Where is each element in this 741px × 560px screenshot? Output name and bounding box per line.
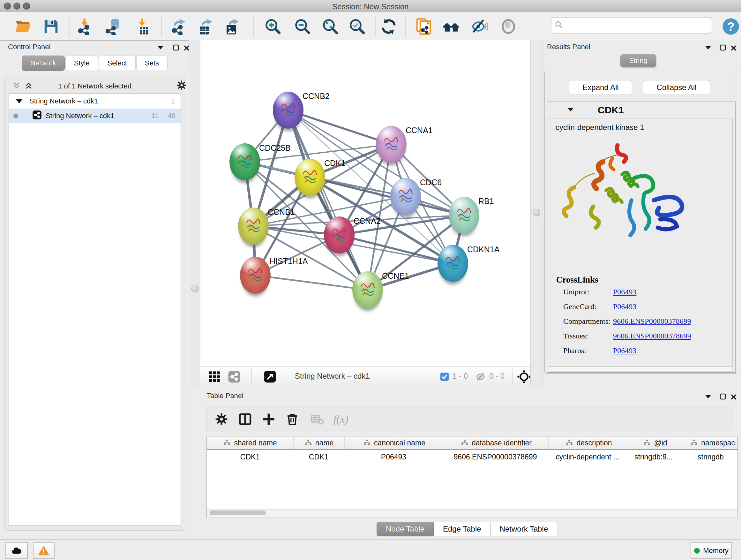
birdseye-view-icon[interactable] (264, 370, 276, 384)
delete-column-icon[interactable] (283, 410, 301, 428)
import-network-database-icon[interactable] (105, 17, 123, 36)
zoom-in-icon[interactable] (264, 17, 282, 36)
cell-namespac[interactable]: stringdb (679, 453, 738, 461)
table-row[interactable]: CDK1CDK1P064939606.ENSP00000378699cyclin… (207, 450, 738, 464)
zoom-out-icon[interactable] (293, 17, 312, 36)
save-session-icon[interactable] (42, 17, 60, 36)
panel-menu-icon[interactable] (704, 45, 712, 51)
scrollbar-thumb[interactable] (210, 510, 266, 515)
table-gear-icon[interactable] (212, 410, 230, 428)
panel-menu-icon[interactable] (704, 394, 712, 400)
network-options-gear-icon[interactable] (177, 80, 187, 91)
export-network-icon[interactable] (171, 17, 188, 36)
network-node-CCNB1[interactable] (238, 207, 269, 245)
network-node-HIST1H1A[interactable] (240, 257, 271, 294)
cell-description[interactable]: cyclin-dependent ... (547, 453, 628, 461)
cell-canonical-name[interactable]: P06493 (344, 453, 443, 461)
column-header-namespac[interactable]: namespac (681, 436, 738, 449)
right-splitter[interactable] (530, 40, 542, 386)
tab-node-table[interactable]: Node Table (377, 522, 434, 537)
import-table-file-icon[interactable] (134, 17, 152, 36)
panel-menu-icon[interactable] (157, 45, 164, 51)
crosslink-row: Uniprot:P06493 (563, 288, 729, 300)
float-panel-icon[interactable] (719, 44, 726, 52)
edge-CCNB2-CCNA1[interactable] (288, 110, 391, 144)
crosslink-link[interactable]: 9606.ENSP00000378699 (613, 332, 691, 340)
tab-sets[interactable]: Sets (136, 56, 167, 71)
column-header-canonical-name[interactable]: canonical name (345, 436, 444, 449)
warning-button[interactable] (33, 543, 55, 559)
cell-name[interactable]: CDK1 (293, 453, 344, 461)
fit-selected-crosshair-icon[interactable] (517, 370, 531, 385)
close-panel-icon[interactable]: ✕ (730, 44, 737, 53)
clone-network-icon[interactable] (415, 17, 433, 36)
network-node-CCNA1[interactable] (376, 126, 407, 163)
cell-database-identifier[interactable]: 9606.ENSP00000378699 (443, 453, 547, 461)
network-name: String Network – cdk1 (46, 112, 114, 120)
collection-expand-icon[interactable] (16, 99, 22, 104)
float-panel-icon[interactable] (719, 393, 726, 401)
column-header-@id[interactable]: @id (629, 436, 681, 449)
hide-unhide-icon[interactable] (470, 17, 488, 36)
network-collection-row[interactable]: String Network – cdk1 1 (9, 94, 181, 109)
expand-all-button[interactable]: Expand All (569, 80, 632, 95)
crosslink-link[interactable]: P06493 (613, 302, 636, 311)
open-file-icon[interactable] (14, 17, 32, 36)
refresh-icon[interactable] (380, 17, 398, 36)
cell-@id[interactable]: stringdb:9... (628, 453, 679, 461)
show-columns-icon[interactable] (236, 410, 254, 428)
eye-icon[interactable] (499, 17, 517, 36)
section-collapse-icon[interactable] (567, 107, 574, 113)
tab-network[interactable]: Network (22, 56, 65, 71)
tab-string[interactable]: String (620, 54, 656, 67)
zoom-fit-icon[interactable] (321, 17, 339, 36)
tab-select[interactable]: Select (99, 56, 136, 71)
splitter-handle[interactable] (533, 209, 540, 216)
cloud-icon (10, 545, 23, 557)
zoom-selected-icon[interactable] (348, 17, 366, 36)
close-panel-icon[interactable]: ✕ (730, 392, 737, 402)
crosslink-link[interactable]: P06493 (613, 288, 636, 296)
network-share-view-icon[interactable] (228, 370, 241, 384)
network-node-CDKN1A[interactable] (437, 245, 468, 282)
import-network-file-icon[interactable] (77, 17, 94, 36)
tab-network-table[interactable]: Network Table (490, 522, 557, 537)
network-row[interactable]: String Network – cdk1 11 48 (9, 109, 181, 123)
column-header-name[interactable]: name (293, 436, 345, 449)
network-node-CCNA2[interactable] (324, 216, 354, 253)
cloud-button[interactable] (5, 543, 28, 559)
network-canvas[interactable]: CCNB2CCNA1CDC25BCDK1CDC6RB1CCNB1CCNA2CDK… (200, 40, 530, 366)
cell-shared-name[interactable]: CDK1 (207, 453, 293, 461)
search-input[interactable] (566, 18, 712, 32)
export-table-icon[interactable] (197, 17, 215, 36)
network-node-CDC25B[interactable] (229, 143, 260, 180)
help-icon[interactable]: ? (722, 17, 740, 36)
network-node-CDC6[interactable] (390, 178, 421, 215)
export-image-icon[interactable] (223, 17, 241, 36)
column-header-description[interactable]: description (549, 436, 629, 449)
splitter-handle[interactable] (191, 285, 199, 293)
collapse-all-button[interactable]: Collapse All (643, 80, 711, 95)
edge-HIST1H1A-CCNE1[interactable] (255, 275, 367, 290)
grid-view-icon[interactable] (208, 370, 221, 384)
left-splitter[interactable] (189, 40, 201, 386)
column-header-shared-name[interactable]: shared name (207, 436, 293, 449)
memory-button[interactable]: Memory (690, 543, 732, 559)
network-node-CDK1[interactable] (294, 159, 325, 196)
selected-checkbox-icon[interactable] (440, 372, 449, 383)
network-node-CCNE1[interactable] (352, 271, 383, 308)
tab-style[interactable]: Style (65, 56, 98, 71)
node-table[interactable]: shared namenamecanonical namedatabase id… (206, 436, 738, 518)
column-header-database-identifier[interactable]: database identifier (444, 436, 549, 449)
crosslink-link[interactable]: P06493 (613, 347, 636, 355)
table-horizontal-scrollbar[interactable] (207, 509, 737, 516)
tab-edge-table[interactable]: Edge Table (434, 522, 490, 537)
network-node-CCNB2[interactable] (273, 91, 304, 129)
search-field[interactable] (551, 17, 712, 34)
network-node-RB1[interactable] (449, 197, 479, 234)
crosslink-link[interactable]: 9606.ENSP00000378699 (613, 317, 691, 326)
gene-header-row[interactable]: CDK1 (547, 102, 735, 118)
home-icon[interactable] (442, 17, 460, 36)
add-column-icon[interactable] (260, 410, 278, 428)
float-panel-icon[interactable] (172, 44, 179, 52)
